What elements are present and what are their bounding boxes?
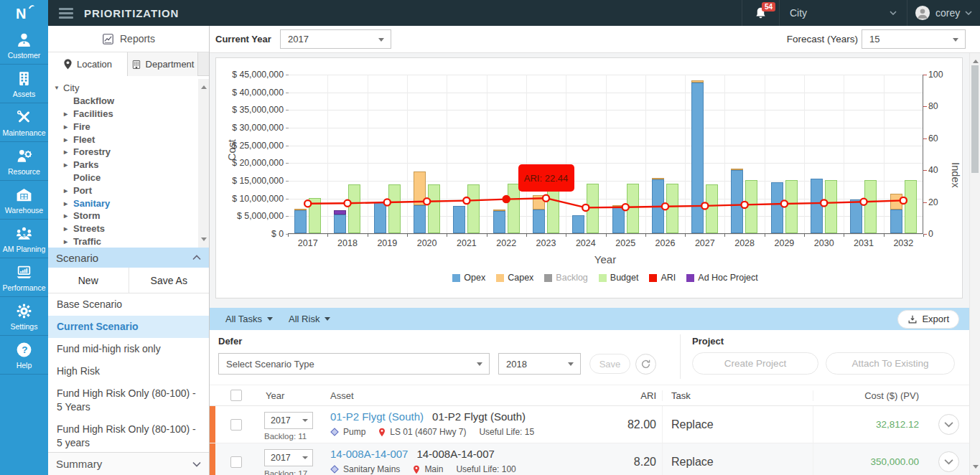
task-filter-dropdown[interactable]: All Tasks: [225, 314, 273, 324]
sidebar-item-assets[interactable]: Assets: [0, 65, 48, 103]
app-logo[interactable]: N: [0, 0, 48, 26]
notifications-button[interactable]: 54: [742, 0, 779, 26]
summary-header[interactable]: Summary: [48, 452, 209, 475]
ari-point[interactable]: [582, 204, 589, 211]
ari-point[interactable]: [384, 199, 391, 205]
column-header-task[interactable]: Task: [662, 390, 813, 401]
legend-item-capex[interactable]: Capex: [496, 273, 533, 283]
new-scenario-button[interactable]: New: [48, 268, 129, 293]
ari-point[interactable]: [463, 197, 470, 204]
sidebar-item-performance[interactable]: Performance: [0, 258, 48, 297]
ari-point[interactable]: [701, 202, 708, 209]
sidebar-item-maintenance[interactable]: Maintenance: [0, 103, 48, 142]
tree-item-streets[interactable]: ▸Streets: [48, 222, 198, 235]
tree-scrollbar[interactable]: [198, 79, 209, 248]
legend-item-opex[interactable]: Opex: [452, 273, 485, 283]
scenario-header[interactable]: Scenario: [48, 248, 209, 268]
ari-point-selected[interactable]: [503, 196, 510, 202]
scroll-down-icon[interactable]: [973, 465, 979, 471]
current-year-select[interactable]: 2017: [280, 29, 391, 49]
column-header-ari[interactable]: ARI: [615, 390, 662, 401]
scenario-type-select[interactable]: Select Scenario Type: [218, 353, 490, 375]
tab-location[interactable]: Location: [48, 52, 128, 76]
tree-item-fleet[interactable]: ▸Fleet: [48, 133, 198, 146]
expand-row-button[interactable]: [938, 414, 959, 435]
defer-year-select[interactable]: 2018: [498, 353, 581, 375]
tree-item-parks[interactable]: ▸Parks: [48, 159, 198, 171]
ari-point[interactable]: [781, 200, 788, 207]
tree-item-fire[interactable]: ▸Fire: [48, 120, 198, 133]
attach-to-existing-button[interactable]: Attach To Existing: [826, 352, 955, 375]
forecast-select[interactable]: 15: [862, 29, 966, 49]
ari-point[interactable]: [424, 198, 430, 204]
tree-item-port[interactable]: ▸Port: [48, 184, 198, 197]
select-all-checkbox[interactable]: [230, 390, 242, 401]
sidebar-item-settings[interactable]: Settings: [0, 297, 48, 336]
legend-item-ari[interactable]: ARI: [649, 273, 676, 283]
ari-point[interactable]: [622, 204, 629, 210]
tree-item-facilities[interactable]: ▸Facilities: [48, 108, 198, 121]
reports-header[interactable]: Reports: [48, 26, 209, 52]
expand-row-button[interactable]: [938, 451, 959, 472]
export-button[interactable]: Export: [897, 310, 959, 329]
ari-point[interactable]: [821, 199, 827, 206]
ari-point[interactable]: [304, 200, 311, 207]
asset-link[interactable]: 01-P2 Flygt (South): [330, 410, 424, 423]
tree-item-traffic[interactable]: ▸Traffic: [48, 235, 198, 248]
asset-link[interactable]: 14-008A-14-007: [330, 448, 408, 460]
scenario-item-fund-high-risk-only-80-100-5-years[interactable]: Fund High Risk Only (80-100) - 5 Years: [48, 382, 209, 418]
legend-item-budget[interactable]: Budget: [599, 273, 639, 283]
tree-item-backflow[interactable]: Backflow: [48, 95, 198, 108]
scrollbar-thumb[interactable]: [971, 65, 979, 173]
scroll-down-icon[interactable]: [201, 238, 207, 244]
caret-right-icon: ▸: [64, 136, 73, 144]
scroll-up-icon[interactable]: [973, 57, 979, 63]
tab-department[interactable]: Department: [128, 52, 198, 76]
sidebar-item-warehouse[interactable]: Warehouse: [0, 181, 48, 220]
row-year-select[interactable]: 2017: [264, 449, 313, 466]
tree-item-police[interactable]: Police: [48, 171, 198, 184]
row-year-select[interactable]: 2017: [264, 412, 313, 429]
tree-item-city[interactable]: ▼City: [48, 82, 198, 95]
year-axis-tick: 2019: [367, 238, 407, 248]
tree-item-storm[interactable]: ▸Storm: [48, 210, 198, 222]
menu-icon[interactable]: [59, 6, 73, 21]
org-selector[interactable]: City: [779, 0, 907, 26]
row-checkbox[interactable]: [230, 419, 242, 431]
scenario-item-high-risk[interactable]: High Risk: [48, 360, 209, 382]
scenario-item-fund-mid-high-risk-only[interactable]: Fund mid-high risk only: [48, 338, 209, 360]
ari-point[interactable]: [900, 197, 907, 204]
scroll-up-icon[interactable]: [201, 83, 207, 89]
sidebar-item-resource[interactable]: Resource: [0, 142, 48, 181]
sidebar-item-customer[interactable]: Customer: [0, 26, 48, 65]
scenario-item-current-scenario[interactable]: Current Scenario: [48, 316, 209, 338]
chart-plot[interactable]: ARI: 22.44: [288, 75, 923, 234]
create-project-button[interactable]: Create Project: [692, 352, 818, 375]
risk-filter-dropdown[interactable]: All Risk: [289, 314, 330, 324]
ari-line-series[interactable]: [288, 75, 923, 234]
legend-item-backlog[interactable]: Backlog: [544, 273, 587, 283]
legend-item-ad-hoc-project[interactable]: Ad Hoc Project: [686, 273, 757, 283]
tree-item-forestry[interactable]: ▸Forestry: [48, 146, 198, 159]
column-header-cost[interactable]: Cost ($) (PV): [813, 390, 928, 401]
table-row[interactable]: 2017Backlog: 1101-P2 Flygt (South)01-P2 …: [210, 406, 969, 443]
save-button[interactable]: Save: [589, 354, 630, 374]
tree-item-sanitary[interactable]: ▸Sanitary: [48, 197, 198, 210]
column-header-year[interactable]: Year: [257, 390, 322, 401]
sidebar-item-help[interactable]: ? Help: [0, 336, 48, 375]
row-checkbox[interactable]: [230, 456, 242, 468]
ari-point[interactable]: [344, 200, 350, 207]
column-header-asset[interactable]: Asset: [322, 390, 615, 401]
user-menu[interactable]: corey: [907, 0, 980, 26]
scenario-item-base-scenario[interactable]: Base Scenario: [48, 293, 209, 316]
main-scrollbar[interactable]: [969, 53, 980, 475]
ari-point[interactable]: [860, 199, 867, 205]
refresh-button[interactable]: [635, 354, 656, 375]
ari-point[interactable]: [742, 202, 748, 208]
ari-point[interactable]: [662, 203, 668, 210]
table-row[interactable]: 2017Backlog: 1714-008A-14-00714-008A-14-…: [210, 443, 969, 475]
scenario-item-fund-high-risk-only-80-100-5-years[interactable]: Fund High Risk Only (80-100) - 5 years: [48, 418, 209, 452]
save-as-button[interactable]: Save As: [129, 268, 210, 293]
sidebar-item-am-planning[interactable]: $ AM Planning: [0, 220, 48, 258]
ari-point[interactable]: [543, 195, 549, 202]
